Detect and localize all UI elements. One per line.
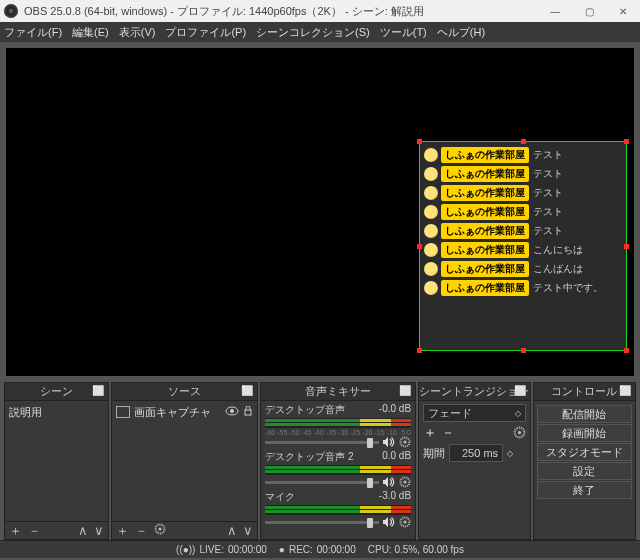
- resize-handle-ml[interactable]: [417, 244, 422, 249]
- scenes-list[interactable]: 説明用: [5, 401, 108, 521]
- close-button[interactable]: ✕: [606, 0, 640, 22]
- source-add-button[interactable]: ＋: [116, 522, 129, 540]
- scene-item[interactable]: 説明用: [9, 403, 104, 422]
- audio-mixer-header: 音声ミキサー ⬜: [261, 383, 415, 401]
- source-item-label: 画面キャプチャ: [134, 405, 211, 420]
- mixer-volume-slider[interactable]: [265, 521, 379, 524]
- transition-settings-button[interactable]: [513, 426, 526, 441]
- lock-toggle[interactable]: [243, 406, 253, 418]
- speaker-icon[interactable]: [382, 516, 396, 528]
- chat-row: しふぁの作業部屋こんばんは: [424, 260, 622, 278]
- minimize-button[interactable]: —: [538, 0, 572, 22]
- chat-message: テスト: [533, 186, 563, 200]
- sources-list[interactable]: 画面キャプチャ: [112, 401, 257, 521]
- avatar-icon: [424, 243, 438, 257]
- mixer-volume-slider[interactable]: [265, 481, 379, 484]
- record-icon: ●: [279, 544, 285, 555]
- scene-transition-header: シーントランジション ⬜: [419, 383, 529, 401]
- cpu-fps-status: CPU: 0.5%, 60.00 fps: [368, 544, 464, 555]
- scene-transition-panel: シーントランジション ⬜ フェード ◇ ＋ － 期間 250 ms: [418, 382, 530, 540]
- chevron-updown-icon[interactable]: ◇: [507, 449, 513, 458]
- menu-scene-collection[interactable]: シーンコレクション(S): [256, 25, 370, 40]
- mixer-channel-name: マイク: [265, 490, 295, 504]
- controls-panel: コントロール ⬜ 配信開始 録画開始 スタジオモード 設定 終了: [533, 382, 636, 540]
- popout-icon[interactable]: ⬜: [92, 385, 104, 397]
- gear-icon[interactable]: [399, 516, 411, 528]
- menu-profile[interactable]: プロファイル(P): [165, 25, 246, 40]
- chat-message: テスト: [533, 167, 563, 181]
- resize-handle-tr[interactable]: [624, 139, 629, 144]
- obs-app-icon: [4, 4, 18, 18]
- menu-view[interactable]: 表示(V): [119, 25, 156, 40]
- gear-icon[interactable]: [399, 476, 411, 488]
- mixer-channel: デスクトップ音声 20.0 dB: [265, 450, 411, 488]
- resize-handle-br[interactable]: [624, 348, 629, 353]
- studio-mode-button[interactable]: スタジオモード: [537, 443, 632, 461]
- svg-point-1: [9, 9, 14, 14]
- resize-handle-tl[interactable]: [417, 139, 422, 144]
- live-time: 00:00:00: [228, 544, 267, 555]
- exit-button[interactable]: 終了: [537, 481, 632, 499]
- chat-overlay: しふぁの作業部屋テストしふぁの作業部屋テストしふぁの作業部屋テストしふぁの作業部…: [420, 142, 626, 350]
- transition-duration-value: 250 ms: [462, 447, 498, 459]
- mixer-channel-db: 0.0 dB: [382, 450, 411, 464]
- start-streaming-button[interactable]: 配信開始: [537, 405, 632, 423]
- svg-point-14: [517, 430, 520, 433]
- chat-username: しふぁの作業部屋: [441, 223, 529, 239]
- menu-help[interactable]: ヘルプ(H): [437, 25, 485, 40]
- chat-message: こんにちは: [533, 243, 583, 257]
- menu-edit[interactable]: 編集(E): [72, 25, 109, 40]
- visibility-toggle[interactable]: [225, 406, 239, 418]
- scenes-panel-title: シーン: [40, 384, 73, 399]
- scene-add-button[interactable]: ＋: [9, 522, 22, 540]
- source-item[interactable]: 画面キャプチャ: [116, 403, 253, 421]
- chat-message: テスト中です。: [533, 281, 603, 295]
- svg-rect-4: [245, 410, 251, 415]
- rec-label: REC:: [289, 544, 313, 555]
- audio-mixer-panel: 音声ミキサー ⬜ デスクトップ音声-0.0 dB-60-55-50-45-40-…: [260, 382, 416, 540]
- scene-down-button[interactable]: ∨: [94, 523, 104, 538]
- transition-duration-input[interactable]: 250 ms: [449, 444, 503, 462]
- speaker-icon[interactable]: [382, 436, 396, 448]
- popout-icon[interactable]: ⬜: [619, 385, 631, 397]
- chat-row: しふぁの作業部屋テスト: [424, 203, 622, 221]
- popout-icon[interactable]: ⬜: [241, 385, 253, 397]
- source-settings-button[interactable]: [154, 523, 166, 538]
- preview-area[interactable]: しふぁの作業部屋テストしふぁの作業部屋テストしふぁの作業部屋テストしふぁの作業部…: [6, 48, 634, 376]
- transition-remove-button[interactable]: －: [441, 424, 455, 442]
- start-recording-button[interactable]: 録画開始: [537, 424, 632, 442]
- scene-remove-button[interactable]: －: [28, 522, 41, 540]
- scene-up-button[interactable]: ∧: [78, 523, 88, 538]
- resize-handle-bm[interactable]: [521, 348, 526, 353]
- popout-icon[interactable]: ⬜: [514, 385, 526, 397]
- popout-icon[interactable]: ⬜: [399, 385, 411, 397]
- scenes-panel-header: シーン ⬜: [5, 383, 108, 401]
- source-down-button[interactable]: ∨: [243, 523, 253, 538]
- sources-panel-header: ソース ⬜: [112, 383, 257, 401]
- maximize-button[interactable]: ▢: [572, 0, 606, 22]
- controls-header: コントロール ⬜: [534, 383, 635, 401]
- chat-username: しふぁの作業部屋: [441, 242, 529, 258]
- mixer-volume-slider[interactable]: [265, 441, 379, 444]
- gear-icon[interactable]: [399, 436, 411, 448]
- svg-point-12: [404, 521, 407, 524]
- menu-file[interactable]: ファイル(F): [4, 25, 62, 40]
- selected-source-outline[interactable]: しふぁの作業部屋テストしふぁの作業部屋テストしふぁの作業部屋テストしふぁの作業部…: [419, 141, 627, 351]
- transition-type-select[interactable]: フェード ◇: [423, 404, 525, 422]
- mixer-channel-name: デスクトップ音声 2: [265, 450, 353, 464]
- mixer-channel-db: -3.0 dB: [379, 490, 411, 504]
- speaker-icon[interactable]: [382, 476, 396, 488]
- chat-row: しふぁの作業部屋テスト: [424, 222, 622, 240]
- resize-handle-tm[interactable]: [521, 139, 526, 144]
- source-remove-button[interactable]: －: [135, 522, 148, 540]
- chat-username: しふぁの作業部屋: [441, 147, 529, 163]
- avatar-icon: [424, 205, 438, 219]
- settings-button[interactable]: 設定: [537, 462, 632, 480]
- resize-handle-bl[interactable]: [417, 348, 422, 353]
- resize-handle-mr[interactable]: [624, 244, 629, 249]
- source-up-button[interactable]: ∧: [227, 523, 237, 538]
- mixer-channel-name: デスクトップ音声: [265, 403, 345, 417]
- mixer-channel: マイク-3.0 dB: [265, 490, 411, 528]
- menu-tools[interactable]: ツール(T): [380, 25, 427, 40]
- transition-add-button[interactable]: ＋: [423, 424, 437, 442]
